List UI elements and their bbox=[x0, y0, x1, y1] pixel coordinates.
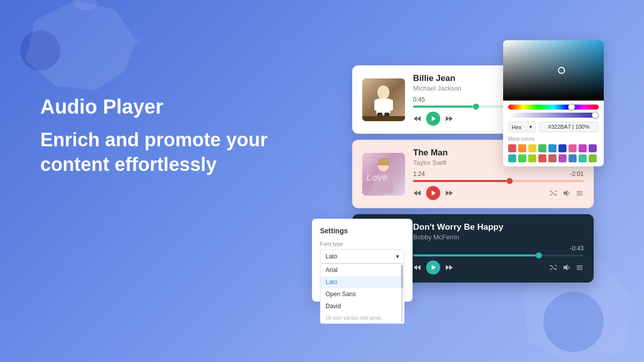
font-scroll-bar[interactable] bbox=[401, 265, 403, 322]
left-section: Audio Player Enrich and promote your con… bbox=[40, 96, 292, 177]
hex-type-select[interactable]: Hex ▾ bbox=[508, 122, 536, 132]
svg-rect-25 bbox=[577, 195, 583, 196]
swatch-purple[interactable] bbox=[589, 144, 597, 152]
swatch-pink[interactable] bbox=[569, 144, 577, 152]
svg-marker-18 bbox=[417, 191, 421, 196]
swatch-rose[interactable] bbox=[548, 154, 556, 162]
alpha-thumb bbox=[592, 112, 599, 119]
swatch-steel-blue[interactable] bbox=[569, 154, 577, 162]
font-option-open-sans[interactable]: Open Sans bbox=[320, 288, 404, 300]
svg-rect-4 bbox=[374, 100, 379, 111]
settings-panel: Settings Font type Lato ▾ Arial Lato Ope… bbox=[312, 219, 413, 302]
more-colors-label: More colors bbox=[508, 136, 599, 142]
swatch-violet[interactable] bbox=[558, 154, 567, 162]
volume-btn-3[interactable] bbox=[562, 263, 571, 272]
swatch-dark-blue[interactable] bbox=[558, 144, 567, 152]
bg-puzzle-top bbox=[15, 0, 156, 101]
album-art-billie bbox=[362, 78, 405, 121]
track-name-3: Don't Worry Be Happy bbox=[413, 222, 584, 232]
svg-rect-5 bbox=[388, 100, 393, 111]
svg-marker-11 bbox=[432, 116, 436, 121]
font-option-arial[interactable]: Arial bbox=[320, 264, 404, 276]
hex-value-input[interactable]: #322BA7 | 100% bbox=[539, 122, 599, 132]
svg-rect-23 bbox=[577, 191, 583, 192]
rewind-btn-3[interactable] bbox=[413, 263, 421, 272]
font-option-lato[interactable]: Lato bbox=[320, 276, 404, 288]
swatch-red[interactable] bbox=[508, 144, 516, 152]
forward-btn-2[interactable] bbox=[445, 189, 453, 197]
color-picker: Hex ▾ #322BA7 | 100% More colors bbox=[503, 40, 604, 166]
svg-text:Love: Love bbox=[366, 172, 387, 183]
time-remaining-2: -2:01 bbox=[570, 170, 584, 177]
svg-rect-36 bbox=[577, 265, 583, 266]
menu-btn-3[interactable] bbox=[576, 263, 584, 272]
svg-marker-32 bbox=[432, 265, 436, 270]
controls-2 bbox=[413, 186, 584, 200]
swatch-chartreuse[interactable] bbox=[589, 154, 597, 162]
play-btn-3[interactable] bbox=[426, 260, 440, 275]
progress-bar-3[interactable] bbox=[413, 254, 584, 256]
settings-title: Settings bbox=[320, 227, 405, 235]
svg-marker-12 bbox=[446, 116, 449, 121]
swatch-yellow[interactable] bbox=[528, 144, 536, 152]
play-btn-2[interactable] bbox=[426, 186, 440, 200]
font-option-david[interactable]: David bbox=[320, 300, 404, 312]
font-select-btn[interactable]: Lato ▾ bbox=[320, 249, 405, 263]
color-gradient-canvas[interactable] bbox=[503, 40, 604, 101]
svg-marker-35 bbox=[564, 264, 568, 270]
artist-name-3: Bobby McFerrin bbox=[413, 233, 584, 241]
progress-fill-2 bbox=[413, 180, 507, 182]
swatch-teal[interactable] bbox=[508, 154, 516, 162]
swatch-yellow-green[interactable] bbox=[528, 154, 536, 162]
rewind-btn-2[interactable] bbox=[413, 189, 421, 197]
svg-marker-34 bbox=[449, 265, 453, 270]
album-art-taylor: Love bbox=[362, 153, 405, 196]
shuffle-btn-2[interactable] bbox=[549, 189, 557, 197]
extra-controls-3 bbox=[549, 263, 584, 272]
svg-rect-37 bbox=[577, 267, 583, 268]
menu-btn-2[interactable] bbox=[576, 189, 584, 197]
svg-rect-24 bbox=[577, 193, 583, 194]
swatch-lime[interactable] bbox=[518, 154, 526, 162]
progress-fill-3 bbox=[413, 254, 536, 256]
progress-bar-2[interactable] bbox=[413, 180, 584, 182]
svg-marker-17 bbox=[414, 191, 417, 196]
time-current-2: 1:24 bbox=[413, 170, 425, 177]
swatch-green[interactable] bbox=[538, 144, 546, 152]
swatch-blue[interactable] bbox=[548, 144, 556, 152]
svg-marker-33 bbox=[446, 265, 449, 270]
svg-marker-22 bbox=[564, 190, 568, 196]
shuffle-btn-3[interactable] bbox=[549, 263, 557, 272]
alpha-slider[interactable] bbox=[508, 113, 599, 118]
hue-slider[interactable] bbox=[508, 105, 599, 110]
swatch-magenta[interactable] bbox=[579, 144, 587, 152]
progress-thumb-3 bbox=[536, 252, 542, 258]
progress-thumb-2 bbox=[507, 178, 513, 184]
svg-marker-13 bbox=[449, 116, 453, 121]
swatch-seafoam[interactable] bbox=[579, 154, 587, 162]
font-select-container: Lato ▾ Arial Lato Open Sans David Ut non… bbox=[320, 249, 405, 263]
font-option-placeholder: Ut non varius nisl urna. bbox=[320, 312, 404, 323]
player-info-3: Don't Worry Be Happy Bobby McFerrin -0:4… bbox=[413, 222, 584, 275]
swatch-red-2[interactable] bbox=[538, 154, 546, 162]
font-scroll-thumb bbox=[401, 265, 403, 288]
time-current-1: 0:45 bbox=[413, 96, 425, 103]
extra-controls-2 bbox=[549, 189, 584, 197]
main-title: Audio Player bbox=[40, 96, 292, 118]
svg-rect-8 bbox=[362, 116, 405, 121]
svg-marker-10 bbox=[417, 116, 421, 121]
rewind-btn-1[interactable] bbox=[413, 115, 421, 123]
hex-row: Hex ▾ #322BA7 | 100% bbox=[508, 122, 599, 132]
volume-btn-2[interactable] bbox=[562, 189, 571, 197]
play-btn-1[interactable] bbox=[426, 112, 440, 126]
svg-marker-19 bbox=[432, 191, 436, 196]
forward-btn-1[interactable] bbox=[445, 115, 453, 123]
color-picker-controls: Hex ▾ #322BA7 | 100% More colors bbox=[503, 101, 604, 166]
font-dropdown: Arial Lato Open Sans David Ut non varius… bbox=[320, 263, 405, 324]
swatch-orange[interactable] bbox=[518, 144, 526, 152]
hue-thumb bbox=[568, 104, 575, 111]
font-type-label: Font type bbox=[320, 241, 405, 247]
forward-btn-3[interactable] bbox=[445, 263, 453, 272]
svg-point-2 bbox=[377, 85, 389, 100]
svg-marker-9 bbox=[414, 116, 417, 121]
